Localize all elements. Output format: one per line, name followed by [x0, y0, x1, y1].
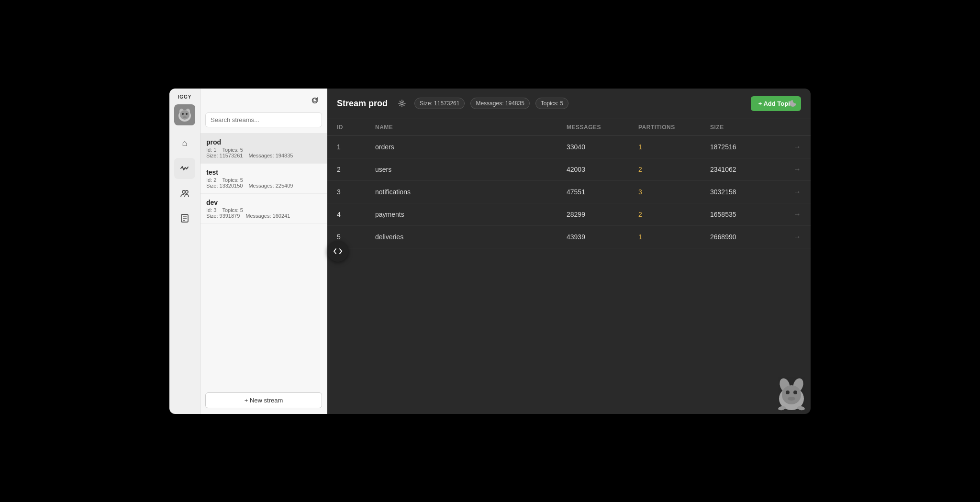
stream-topics: Topics: 5 [222, 147, 243, 153]
col-id-header: ID [337, 124, 375, 131]
stream-id: Id: 1 [206, 147, 216, 153]
row-id: 1 [337, 143, 375, 151]
main-header: Stream prod Size: 11573261 Messages: 194… [327, 89, 811, 119]
row-size: 1872516 [710, 143, 782, 151]
stream-id: Id: 2 [206, 177, 216, 183]
stream-list: prod Id: 1 Topics: 5 Size: 11573261 Mess… [200, 134, 327, 387]
col-actions-header [782, 124, 801, 131]
row-name: deliveries [375, 233, 567, 241]
stream-panel: prod Id: 1 Topics: 5 Size: 11573261 Mess… [200, 89, 327, 414]
row-arrow: → [793, 210, 801, 219]
stream-item[interactable]: prod Id: 1 Topics: 5 Size: 11573261 Mess… [200, 134, 327, 164]
row-size: 3032158 [710, 188, 782, 196]
table-row[interactable]: 4 payments 28299 2 1658535 → [327, 203, 811, 226]
row-arrow: → [793, 233, 801, 241]
home-nav-button[interactable]: ⌂ [174, 133, 195, 154]
panel-splitter[interactable] [327, 241, 348, 262]
row-arrow: → [793, 143, 801, 151]
svg-point-8 [185, 190, 188, 193]
topics-table: ID Name Messages Partitions Size 1 order… [327, 119, 811, 414]
row-partitions: 1 [638, 143, 710, 151]
stream-item-name: test [206, 168, 321, 176]
row-id: 3 [337, 188, 375, 196]
stream-messages: Messages: 194835 [248, 153, 293, 158]
svg-point-13 [401, 102, 403, 105]
stream-settings-button[interactable] [395, 97, 409, 110]
row-arrow: → [793, 165, 801, 174]
app-logo: IGGY [178, 94, 191, 100]
stream-messages: Messages: 160241 [245, 213, 290, 219]
size-badge: Size: 11573261 [414, 98, 465, 109]
logo-avatar [174, 104, 195, 125]
new-stream-button[interactable]: + New stream [205, 392, 322, 408]
stream-item-name: dev [206, 199, 321, 206]
row-messages: 47551 [567, 188, 638, 196]
row-size: 2341062 [710, 166, 782, 173]
stream-size: Size: 11573261 [206, 153, 243, 158]
search-input[interactable] [205, 112, 322, 127]
row-arrow: → [793, 188, 801, 196]
row-name: payments [375, 211, 567, 218]
refresh-button[interactable] [309, 94, 321, 107]
table-row[interactable]: 2 users 42003 2 2341062 → [327, 158, 811, 181]
activity-nav-button[interactable] [174, 158, 195, 179]
row-messages: 28299 [567, 211, 638, 218]
row-size: 2668990 [710, 233, 782, 241]
svg-point-6 [183, 116, 187, 118]
row-messages: 42003 [567, 166, 638, 173]
table-row[interactable]: 1 orders 33040 1 1872516 → [327, 136, 811, 158]
stream-item-name: prod [206, 138, 321, 146]
row-partitions: 3 [638, 188, 710, 196]
row-name: users [375, 166, 567, 173]
docs-nav-button[interactable] [174, 208, 195, 229]
row-size: 1658535 [710, 211, 782, 218]
icon-bar: IGGY ⌂ [169, 89, 200, 414]
row-name: notifications [375, 188, 567, 196]
row-id: 4 [337, 211, 375, 218]
col-messages-header: Messages [567, 124, 638, 131]
stream-topics: Topics: 5 [222, 207, 243, 213]
stream-search [200, 107, 327, 134]
table-body: 1 orders 33040 1 1872516 → 2 users 42003… [327, 136, 811, 248]
row-name: orders [375, 143, 567, 151]
dark-mode-button[interactable] [786, 95, 801, 111]
main-content: Stream prod Size: 11573261 Messages: 194… [327, 89, 811, 414]
stream-item[interactable]: test Id: 2 Topics: 5 Size: 13320150 Mess… [200, 164, 327, 194]
users-nav-button[interactable] [174, 183, 195, 204]
table-header: ID Name Messages Partitions Size [327, 119, 811, 136]
stream-size: Size: 9391879 [206, 213, 240, 219]
row-messages: 33040 [567, 143, 638, 151]
row-partitions: 2 [638, 211, 710, 218]
col-size-header: Size [710, 124, 782, 131]
stream-size: Size: 13320150 [206, 183, 243, 189]
stream-topics: Topics: 5 [222, 177, 243, 183]
col-partitions-header: Partitions [638, 124, 710, 131]
messages-badge: Messages: 194835 [470, 98, 529, 109]
svg-point-5 [186, 113, 188, 115]
stream-messages: Messages: 225409 [248, 183, 293, 189]
stream-title: Stream prod [337, 99, 388, 109]
col-name-header: Name [375, 124, 567, 131]
stream-item[interactable]: dev Id: 3 Topics: 5 Size: 9391879 Messag… [200, 194, 327, 224]
table-row[interactable]: 5 deliveries 43939 1 2668990 → [327, 226, 811, 248]
topics-badge: Topics: 5 [535, 98, 568, 109]
new-stream-label: + New stream [245, 397, 283, 404]
svg-point-4 [182, 113, 184, 115]
row-partitions: 2 [638, 166, 710, 173]
row-messages: 43939 [567, 233, 638, 241]
stream-id: Id: 3 [206, 207, 216, 213]
row-partitions: 1 [638, 233, 710, 241]
top-right-controls [786, 95, 801, 111]
row-id: 5 [337, 233, 375, 241]
table-row[interactable]: 3 notifications 47551 3 3032158 → [327, 181, 811, 203]
row-id: 2 [337, 166, 375, 173]
